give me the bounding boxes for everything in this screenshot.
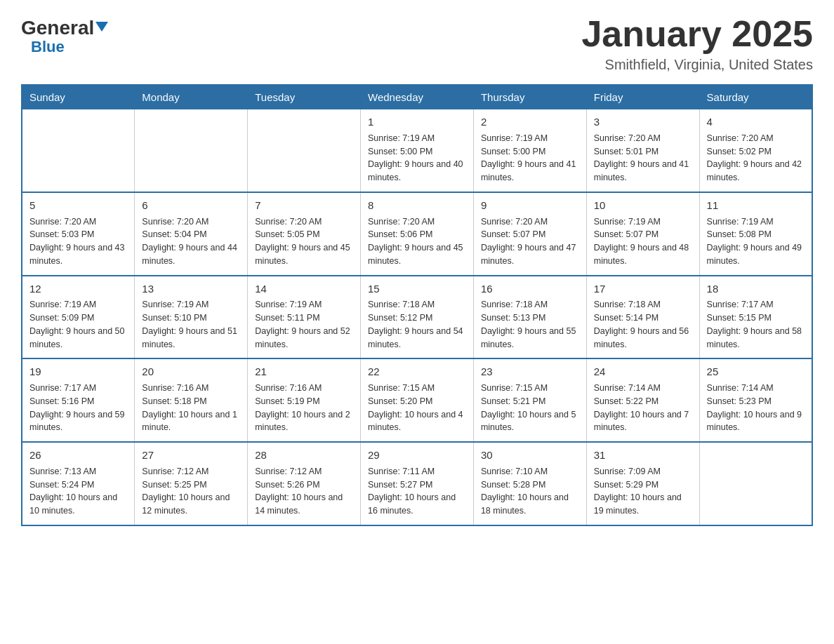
calendar-header-monday: Monday [135,85,248,109]
calendar-cell: 21Sunrise: 7:16 AM Sunset: 5:19 PM Dayli… [248,358,361,442]
location: Smithfield, Virginia, United States [581,57,813,73]
calendar-cell: 8Sunrise: 7:20 AM Sunset: 5:06 PM Daylig… [361,192,474,276]
calendar-week-row: 12Sunrise: 7:19 AM Sunset: 5:09 PM Dayli… [22,276,812,359]
day-info: Sunrise: 7:17 AM Sunset: 5:16 PM Dayligh… [29,382,127,434]
day-number: 31 [594,448,692,463]
day-number: 27 [142,448,240,463]
day-info: Sunrise: 7:18 AM Sunset: 5:13 PM Dayligh… [481,298,579,351]
calendar-cell [135,109,248,192]
day-number: 26 [29,448,127,463]
calendar-cell: 6Sunrise: 7:20 AM Sunset: 5:04 PM Daylig… [135,192,248,276]
day-number: 29 [368,448,466,463]
day-number: 28 [255,448,353,463]
calendar-cell: 1Sunrise: 7:19 AM Sunset: 5:00 PM Daylig… [361,109,474,192]
calendar-cell [248,109,361,192]
calendar-cell: 28Sunrise: 7:12 AM Sunset: 5:26 PM Dayli… [248,442,361,525]
day-number: 30 [481,448,579,463]
day-info: Sunrise: 7:18 AM Sunset: 5:12 PM Dayligh… [368,298,466,351]
day-info: Sunrise: 7:19 AM Sunset: 5:00 PM Dayligh… [481,132,579,185]
day-info: Sunrise: 7:20 AM Sunset: 5:05 PM Dayligh… [255,215,353,268]
day-number: 4 [707,114,805,130]
day-number: 25 [707,364,805,380]
calendar-header-wednesday: Wednesday [361,85,474,109]
day-number: 16 [481,281,579,297]
calendar-week-row: 5Sunrise: 7:20 AM Sunset: 5:03 PM Daylig… [22,192,812,276]
day-number: 22 [368,364,466,380]
day-info: Sunrise: 7:17 AM Sunset: 5:15 PM Dayligh… [707,298,805,351]
day-info: Sunrise: 7:16 AM Sunset: 5:19 PM Dayligh… [255,382,353,434]
day-info: Sunrise: 7:19 AM Sunset: 5:08 PM Dayligh… [707,215,805,268]
month-title: January 2025 [581,14,813,54]
day-number: 19 [29,364,127,380]
day-info: Sunrise: 7:20 AM Sunset: 5:02 PM Dayligh… [707,132,805,185]
logo-general: General [21,18,94,38]
day-info: Sunrise: 7:10 AM Sunset: 5:28 PM Dayligh… [481,465,579,518]
day-number: 6 [142,198,240,213]
calendar-cell: 14Sunrise: 7:19 AM Sunset: 5:11 PM Dayli… [248,276,361,359]
calendar-cell: 3Sunrise: 7:20 AM Sunset: 5:01 PM Daylig… [586,109,699,192]
day-number: 20 [142,364,240,380]
calendar-cell: 25Sunrise: 7:14 AM Sunset: 5:23 PM Dayli… [699,358,812,442]
day-number: 21 [255,364,353,380]
calendar-cell: 30Sunrise: 7:10 AM Sunset: 5:28 PM Dayli… [473,442,586,525]
day-info: Sunrise: 7:18 AM Sunset: 5:14 PM Dayligh… [594,298,692,351]
title-block: January 2025 Smithfield, Virginia, Unite… [581,14,813,73]
day-info: Sunrise: 7:12 AM Sunset: 5:25 PM Dayligh… [142,465,240,518]
day-info: Sunrise: 7:14 AM Sunset: 5:23 PM Dayligh… [707,382,805,434]
day-info: Sunrise: 7:13 AM Sunset: 5:24 PM Dayligh… [29,465,127,518]
calendar-cell: 4Sunrise: 7:20 AM Sunset: 5:02 PM Daylig… [699,109,812,192]
day-info: Sunrise: 7:20 AM Sunset: 5:04 PM Dayligh… [142,215,240,268]
day-info: Sunrise: 7:16 AM Sunset: 5:18 PM Dayligh… [142,382,240,434]
day-number: 17 [594,281,692,297]
calendar-cell: 27Sunrise: 7:12 AM Sunset: 5:25 PM Dayli… [135,442,248,525]
day-number: 11 [707,198,805,213]
day-info: Sunrise: 7:09 AM Sunset: 5:29 PM Dayligh… [594,465,692,518]
calendar-cell: 5Sunrise: 7:20 AM Sunset: 5:03 PM Daylig… [22,192,135,276]
day-number: 23 [481,364,579,380]
logo-triangle-icon [95,22,108,32]
calendar-cell: 24Sunrise: 7:14 AM Sunset: 5:22 PM Dayli… [586,358,699,442]
day-info: Sunrise: 7:19 AM Sunset: 5:00 PM Dayligh… [368,132,466,185]
calendar-week-row: 19Sunrise: 7:17 AM Sunset: 5:16 PM Dayli… [22,358,812,442]
calendar-cell: 12Sunrise: 7:19 AM Sunset: 5:09 PM Dayli… [22,276,135,359]
day-number: 13 [142,281,240,297]
calendar-header-tuesday: Tuesday [248,85,361,109]
day-info: Sunrise: 7:20 AM Sunset: 5:06 PM Dayligh… [368,215,466,268]
day-number: 24 [594,364,692,380]
calendar-cell: 19Sunrise: 7:17 AM Sunset: 5:16 PM Dayli… [22,358,135,442]
calendar-week-row: 26Sunrise: 7:13 AM Sunset: 5:24 PM Dayli… [22,442,812,525]
day-info: Sunrise: 7:15 AM Sunset: 5:21 PM Dayligh… [481,382,579,434]
calendar-cell: 7Sunrise: 7:20 AM Sunset: 5:05 PM Daylig… [248,192,361,276]
day-info: Sunrise: 7:19 AM Sunset: 5:09 PM Dayligh… [29,298,127,351]
day-number: 7 [255,198,353,213]
day-info: Sunrise: 7:19 AM Sunset: 5:10 PM Dayligh… [142,298,240,351]
calendar-header-saturday: Saturday [699,85,812,109]
calendar-cell: 13Sunrise: 7:19 AM Sunset: 5:10 PM Dayli… [135,276,248,359]
day-number: 9 [481,198,579,213]
calendar-cell: 10Sunrise: 7:19 AM Sunset: 5:07 PM Dayli… [586,192,699,276]
calendar-cell [699,442,812,525]
day-number: 8 [368,198,466,213]
day-info: Sunrise: 7:14 AM Sunset: 5:22 PM Dayligh… [594,382,692,434]
calendar-week-row: 1Sunrise: 7:19 AM Sunset: 5:00 PM Daylig… [22,109,812,192]
calendar-header-friday: Friday [586,85,699,109]
day-info: Sunrise: 7:20 AM Sunset: 5:07 PM Dayligh… [481,215,579,268]
day-info: Sunrise: 7:12 AM Sunset: 5:26 PM Dayligh… [255,465,353,518]
day-number: 3 [594,114,692,130]
calendar-table: SundayMondayTuesdayWednesdayThursdayFrid… [21,84,813,526]
day-number: 14 [255,281,353,297]
day-number: 15 [368,281,466,297]
calendar-header-sunday: Sunday [22,85,135,109]
logo-blue: Blue [31,39,65,55]
day-info: Sunrise: 7:20 AM Sunset: 5:03 PM Dayligh… [29,215,127,268]
day-number: 5 [29,198,127,213]
calendar-header-row: SundayMondayTuesdayWednesdayThursdayFrid… [22,85,812,109]
day-info: Sunrise: 7:19 AM Sunset: 5:07 PM Dayligh… [594,215,692,268]
calendar-cell: 31Sunrise: 7:09 AM Sunset: 5:29 PM Dayli… [586,442,699,525]
calendar-cell: 17Sunrise: 7:18 AM Sunset: 5:14 PM Dayli… [586,276,699,359]
page-header: General Blue January 2025 Smithfield, Vi… [21,14,813,73]
calendar-cell: 22Sunrise: 7:15 AM Sunset: 5:20 PM Dayli… [361,358,474,442]
calendar-cell: 15Sunrise: 7:18 AM Sunset: 5:12 PM Dayli… [361,276,474,359]
calendar-header-thursday: Thursday [473,85,586,109]
day-info: Sunrise: 7:15 AM Sunset: 5:20 PM Dayligh… [368,382,466,434]
